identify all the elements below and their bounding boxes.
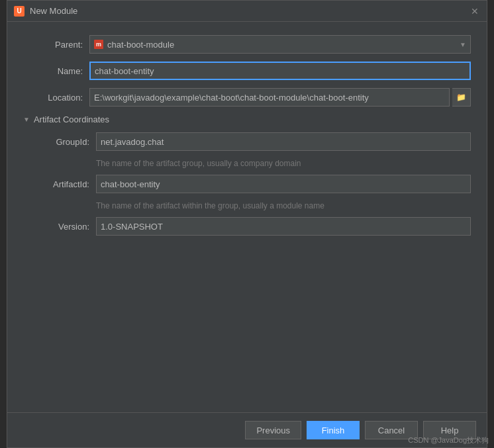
dialog-footer: Previous Finish Cancel Help xyxy=(7,412,487,447)
groupid-label: GroupId: xyxy=(30,137,96,147)
groupid-hint: The name of the artifact group, usually … xyxy=(96,159,471,168)
name-input[interactable] xyxy=(89,62,471,80)
new-module-dialog: U New Module ✕ Parent: m chat-boot-modul… xyxy=(7,0,487,448)
name-control-wrapper xyxy=(89,62,471,80)
cancel-button[interactable]: Cancel xyxy=(365,421,418,439)
parent-control-wrapper: m chat-boot-module ▼ xyxy=(89,35,471,54)
location-row: Location: 📁 xyxy=(23,88,471,107)
help-button[interactable]: Help xyxy=(423,421,476,439)
folder-icon: 📁 xyxy=(456,93,466,102)
browse-button[interactable]: 📁 xyxy=(452,88,471,107)
location-control-wrapper: 📁 xyxy=(89,88,471,107)
title-bar-left: U New Module xyxy=(14,6,77,17)
artifactid-input[interactable] xyxy=(96,175,471,193)
dialog-title: New Module xyxy=(30,6,77,16)
parent-row: Parent: m chat-boot-module ▼ xyxy=(23,35,471,54)
location-input[interactable] xyxy=(89,88,450,107)
title-bar: U New Module ✕ xyxy=(7,1,487,22)
parent-label: Parent: xyxy=(23,40,89,50)
name-label: Name: xyxy=(23,66,89,76)
artifact-section-title: Artifact Coordinates xyxy=(34,114,109,124)
app-icon: U xyxy=(14,6,25,17)
parent-dropdown-content: m chat-boot-module xyxy=(90,37,456,52)
version-row: Version: xyxy=(30,217,471,236)
version-control-wrapper xyxy=(96,217,471,236)
groupid-control-wrapper xyxy=(96,132,471,151)
dialog-content: Parent: m chat-boot-module ▼ Name: xyxy=(7,22,487,412)
groupid-input[interactable] xyxy=(96,132,471,151)
section-collapse-icon: ▼ xyxy=(23,116,30,123)
name-row: Name: xyxy=(23,62,471,80)
maven-icon: m xyxy=(94,40,103,49)
artifact-section: GroupId: The name of the artifact group,… xyxy=(30,132,471,236)
artifactid-control-wrapper xyxy=(96,175,471,193)
close-button[interactable]: ✕ xyxy=(469,6,480,17)
artifactid-row: ArtifactId: xyxy=(30,175,471,193)
parent-dropdown[interactable]: m chat-boot-module ▼ xyxy=(89,35,471,54)
version-input[interactable] xyxy=(96,217,471,236)
dropdown-arrow-icon: ▼ xyxy=(456,41,470,48)
artifactid-label: ArtifactId: xyxy=(30,179,96,189)
groupid-row: GroupId: xyxy=(30,132,471,151)
version-label: Version: xyxy=(30,222,96,232)
dialog-overlay: U New Module ✕ Parent: m chat-boot-modul… xyxy=(0,0,494,448)
parent-value: chat-boot-module xyxy=(107,40,174,50)
artifactid-hint: The name of the artifact within the grou… xyxy=(96,201,471,210)
finish-button[interactable]: Finish xyxy=(307,421,360,439)
previous-button[interactable]: Previous xyxy=(245,421,301,439)
location-label: Location: xyxy=(23,93,89,103)
artifact-section-header[interactable]: ▼ Artifact Coordinates xyxy=(23,114,471,124)
